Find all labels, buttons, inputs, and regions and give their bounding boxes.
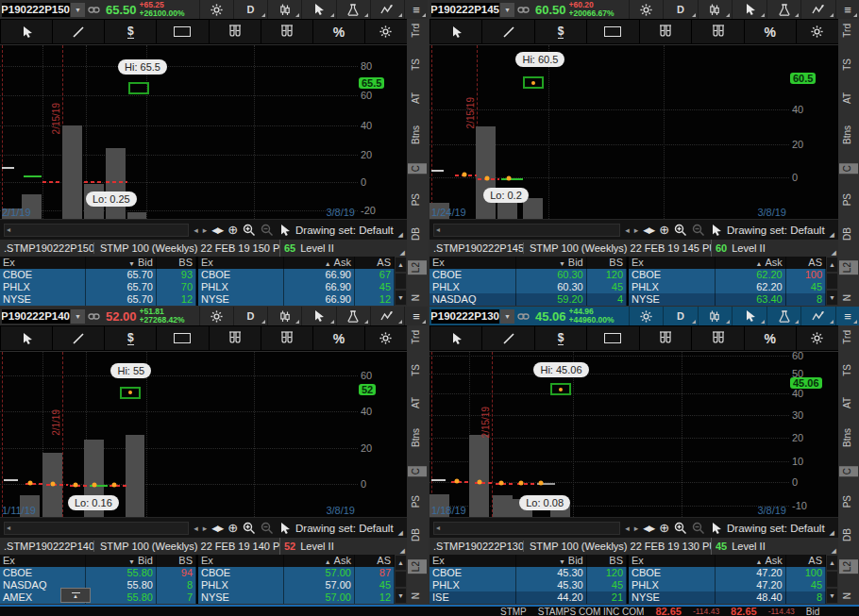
- chart-style-candle-icon[interactable]: [267, 307, 301, 325]
- bid-size-header[interactable]: BS: [587, 257, 627, 269]
- crosshair-icon[interactable]: ⊕: [659, 523, 669, 534]
- timeframe-d-button[interactable]: D: [663, 0, 698, 19]
- ask-size-header[interactable]: AS: [786, 257, 826, 269]
- drawing-settings-gear-icon[interactable]: [797, 20, 838, 43]
- chart-scrollbar[interactable]: ◂: [4, 522, 189, 535]
- level2-row[interactable]: NYSE65.7012NYSE66.9012: [0, 293, 395, 306]
- drawings-pattern-icon[interactable]: [800, 0, 835, 19]
- ask-exchange-header[interactable]: Ex: [629, 257, 716, 269]
- bid-price-header[interactable]: ▼Bid: [516, 257, 587, 269]
- tab-db[interactable]: DB: [408, 526, 427, 543]
- drawing-set-selector[interactable]: Drawing set: Default: [727, 523, 825, 534]
- crosshair-icon[interactable]: ⊕: [659, 225, 669, 236]
- rectangle-tool[interactable]: [157, 326, 208, 350]
- pointer-tool[interactable]: [430, 20, 481, 43]
- bid-size-header[interactable]: BS: [157, 257, 196, 269]
- percent-tool[interactable]: %: [745, 326, 796, 350]
- tab-ts[interactable]: TS: [408, 362, 427, 378]
- level2-row[interactable]: NASDAQ59.204NYSE63.408: [430, 293, 826, 306]
- drawing-set-selector[interactable]: Drawing set: Default: [295, 523, 394, 534]
- tab-n[interactable]: N: [839, 292, 858, 303]
- tab-db[interactable]: DB: [839, 225, 858, 242]
- nav-pointer-icon[interactable]: [278, 224, 291, 237]
- chart-style-candle-icon[interactable]: [698, 307, 733, 325]
- tab-c[interactable]: C: [839, 163, 858, 174]
- pointer-tool[interactable]: [1, 20, 52, 43]
- price-axis[interactable]: 6050403020100-1045.06: [789, 352, 838, 517]
- scroll-track[interactable]: [826, 273, 838, 289]
- chart-scrollbar[interactable]: ◂: [433, 522, 620, 535]
- chart-menu-icon[interactable]: ≡: [835, 0, 859, 19]
- nav-pointer-icon[interactable]: [278, 522, 291, 535]
- zoom-out-icon[interactable]: [261, 224, 274, 237]
- drawing-set-selector[interactable]: Drawing set: Default: [727, 225, 825, 236]
- trendline-tool[interactable]: [53, 20, 104, 43]
- tab-at[interactable]: AT: [839, 91, 858, 106]
- study-tube-icon-1[interactable]: [640, 326, 691, 350]
- chart-plot[interactable]: 2/1/19Hi: 55Lo: 0.161/11/193/8/19: [0, 352, 358, 517]
- scroll-track[interactable]: [395, 273, 407, 289]
- ask-exchange-header[interactable]: Ex: [198, 555, 284, 567]
- tab-l2[interactable]: L2: [839, 260, 858, 275]
- drawing-set-selector[interactable]: Drawing set: Default: [295, 225, 394, 236]
- tab-ts[interactable]: TS: [408, 57, 427, 73]
- zoom-in-icon[interactable]: [243, 224, 256, 237]
- study-tube-icon-1[interactable]: [210, 326, 261, 350]
- symbol-input[interactable]: .STMP190222P145: [431, 3, 499, 17]
- pan-arrows-icon[interactable]: ◀▶: [211, 523, 223, 534]
- trendline-tool[interactable]: [482, 326, 533, 350]
- tab-ts[interactable]: TS: [839, 57, 858, 73]
- percent-tool[interactable]: %: [313, 326, 364, 350]
- symbol-input[interactable]: .STMP190222P150: [2, 3, 70, 17]
- chart-plot[interactable]: 2/15/19Hi: 65.5Lo: 0.252/1/193/8/19: [0, 45, 358, 219]
- study-tube-icon-1[interactable]: [210, 20, 261, 43]
- zoom-out-icon[interactable]: [261, 522, 274, 535]
- cursor-tool-icon[interactable]: [732, 307, 766, 325]
- step-back-icon[interactable]: ◂: [625, 225, 630, 236]
- tab-n[interactable]: N: [839, 591, 858, 601]
- drawing-settings-gear-icon[interactable]: [365, 326, 407, 350]
- tab-at[interactable]: AT: [839, 395, 858, 410]
- cursor-tool-icon[interactable]: [732, 0, 766, 19]
- scroll-track[interactable]: [395, 571, 407, 587]
- trendline-tool[interactable]: [53, 326, 104, 350]
- study-tube-icon-1[interactable]: [640, 20, 691, 43]
- study-tube-icon-2[interactable]: [692, 20, 743, 43]
- studies-flask-icon[interactable]: [766, 307, 801, 325]
- timeframe-d-button[interactable]: D: [663, 307, 698, 325]
- symbol-dropdown-button[interactable]: ▼: [71, 309, 85, 324]
- symbol-input[interactable]: .STMP190222P140: [2, 309, 70, 324]
- studies-flask-icon[interactable]: [336, 0, 370, 19]
- ask-size-header[interactable]: AS: [786, 555, 826, 567]
- tab-trd[interactable]: Trd: [408, 22, 427, 40]
- zoom-out-icon[interactable]: [692, 522, 705, 535]
- price-level-tool[interactable]: $: [105, 326, 156, 350]
- link-chain-icon[interactable]: [517, 311, 530, 322]
- step-back-icon[interactable]: ◂: [625, 523, 630, 534]
- tab-at[interactable]: AT: [408, 395, 427, 410]
- step-back-icon[interactable]: ◂: [194, 225, 198, 236]
- scroll-up-icon[interactable]: ▲: [395, 555, 407, 571]
- percent-tool[interactable]: %: [745, 20, 796, 43]
- tab-l2[interactable]: L2: [839, 559, 858, 574]
- level2-row[interactable]: CBOE45.30120CBOE47.20100: [430, 567, 826, 579]
- symbol-dropdown-button[interactable]: ▼: [500, 309, 514, 324]
- ask-price-header[interactable]: ▲Ask: [284, 555, 355, 567]
- rectangle-tool[interactable]: [157, 20, 208, 43]
- pan-arrows-icon[interactable]: ◀▶: [643, 225, 654, 236]
- price-level-tool[interactable]: $: [535, 326, 586, 350]
- nav-pointer-icon[interactable]: [710, 522, 722, 535]
- bid-exchange-header[interactable]: Ex: [0, 555, 86, 567]
- ask-exchange-header[interactable]: Ex: [198, 257, 284, 269]
- bid-exchange-header[interactable]: Ex: [430, 257, 516, 269]
- zoom-in-icon[interactable]: [674, 224, 687, 237]
- scroll-down-icon[interactable]: ▼: [395, 588, 407, 604]
- link-chain-icon[interactable]: [88, 311, 100, 322]
- scroll-down-icon[interactable]: ▼: [826, 290, 838, 306]
- bid-price-header[interactable]: ▼Bid: [86, 257, 157, 269]
- chart-menu-icon[interactable]: ≡: [404, 0, 428, 19]
- link-chain-icon[interactable]: [517, 5, 530, 15]
- study-tube-icon-2[interactable]: [692, 326, 743, 350]
- step-forward-icon[interactable]: ▸: [634, 523, 639, 534]
- tab-ps[interactable]: PS: [408, 493, 427, 509]
